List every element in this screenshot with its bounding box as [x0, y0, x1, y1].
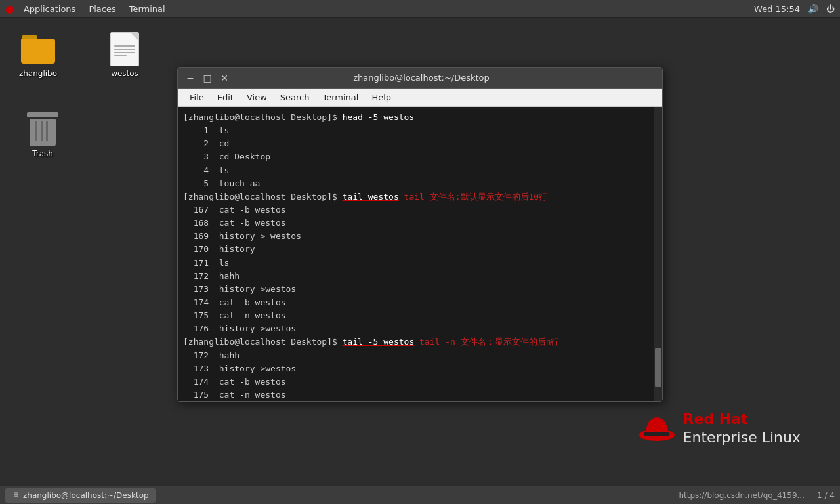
power-icon[interactable]: ⏻	[826, 4, 835, 14]
terminal-line-10: 169 history > westos	[183, 230, 657, 243]
terminal-label: Terminal	[129, 4, 165, 14]
terminal-line-17: 176 history >westos	[183, 322, 657, 335]
volume-icon[interactable]: 🔊	[808, 4, 818, 14]
terminal-line-1: [zhanglibo@localhost Desktop]$ head -5 w…	[183, 111, 657, 124]
terminal-menubar: File Edit View Search Terminal Help	[178, 89, 662, 107]
desktop-icon-westos[interactable]: westos	[98, 30, 151, 81]
terminal-line-5: 4 ls	[183, 164, 657, 177]
applications-menu[interactable]: Applications	[18, 1, 81, 16]
terminal-menu[interactable]: Terminal	[124, 1, 171, 16]
terminal-line-15: 174 cat -b westos	[183, 296, 657, 309]
menu-search[interactable]: Search	[274, 91, 316, 104]
trash-label: Trash	[32, 149, 53, 158]
terminal-line-4: 3 cd Desktop	[183, 150, 657, 163]
taskbar-item-label: zhanglibo@localhost:~/Desktop	[23, 491, 149, 500]
menu-help[interactable]: Help	[365, 91, 398, 104]
terminal-line-14: 173 history >westos	[183, 283, 657, 296]
terminal-line-13: 172 hahh	[183, 270, 657, 283]
terminal-scrollbar[interactable]	[654, 107, 662, 401]
terminal-line-8: 167 cat -b westos	[183, 203, 657, 217]
terminal-line-6: 5 touch aa	[183, 177, 657, 190]
menu-view[interactable]: View	[240, 91, 274, 104]
westos-label: westos	[111, 69, 138, 78]
applications-label: Applications	[24, 4, 75, 14]
menu-edit[interactable]: Edit	[211, 91, 240, 104]
terminal-line-12: 171 ls	[183, 257, 657, 270]
places-label: Places	[89, 4, 116, 14]
zhanglibo-label: zhanglibo	[19, 69, 57, 78]
topbar: ● Applications Places Terminal Wed 15:54…	[0, 0, 840, 18]
terminal-titlebar: − □ ✕ zhanglibo@localhost:~/Desktop	[178, 68, 662, 89]
brand-icon: ●	[5, 3, 14, 15]
terminal-line-19: 172 hahh	[183, 349, 657, 362]
terminal-line-22: 175 cat -n westos	[183, 388, 657, 401]
clock: Wed 15:54	[754, 4, 800, 14]
terminal-line-7: [zhanglibo@localhost Desktop]$ tail west…	[183, 190, 657, 203]
terminal-window: − □ ✕ zhanglibo@localhost:~/Desktop File…	[177, 67, 663, 402]
terminal-line-11: 170 history	[183, 243, 657, 256]
minimize-button[interactable]: −	[183, 71, 198, 85]
terminal-line-18: [zhanglibo@localhost Desktop]$ tail -5 w…	[183, 335, 657, 348]
bottombar: 🖥 zhanglibo@localhost:~/Desktop https://…	[0, 486, 840, 504]
terminal-line-21: 174 cat -b westos	[183, 375, 657, 388]
desktop-icon-trash[interactable]: Trash	[16, 110, 69, 161]
places-menu[interactable]: Places	[83, 1, 121, 16]
desktop: zhanglibo westos Trash	[0, 18, 840, 474]
svg-rect-1	[644, 432, 669, 436]
maximize-button[interactable]: □	[200, 71, 215, 85]
terminal-title: zhanglibo@localhost:~/Desktop	[232, 73, 611, 83]
redhat-line2: Enterprise Linux	[683, 429, 801, 448]
taskbar-pages: 1 / 4	[817, 491, 835, 500]
desktop-icon-zhanglibo[interactable]: zhanglibo	[12, 30, 64, 81]
terminal-line-16: 175 cat -n westos	[183, 309, 657, 322]
menu-file[interactable]: File	[183, 91, 211, 104]
menu-terminal[interactable]: Terminal	[316, 91, 365, 104]
redhat-line1: Red Hat	[683, 411, 748, 427]
terminal-line-20: 173 history >westos	[183, 362, 657, 375]
terminal-line-2: 1 ls	[183, 124, 657, 137]
terminal-line-3: 2 cd	[183, 137, 657, 150]
redhat-logo: Red Hat Enterprise Linux	[639, 410, 801, 448]
taskbar-item-icon: 🖥	[12, 491, 19, 499]
topbar-right: Wed 15:54 🔊 ⏻	[754, 4, 835, 14]
terminal-scrollbar-thumb[interactable]	[655, 348, 662, 387]
terminal-line-9: 168 cat -b westos	[183, 217, 657, 230]
redhat-hat-icon	[639, 412, 675, 445]
terminal-body[interactable]: [zhanglibo@localhost Desktop]$ head -5 w…	[178, 107, 662, 401]
redhat-text: Red Hat Enterprise Linux	[683, 410, 801, 448]
taskbar-item[interactable]: 🖥 zhanglibo@localhost:~/Desktop	[5, 488, 156, 503]
taskbar-right: https://blog.csdn.net/qq_4159... 1 / 4	[679, 491, 835, 500]
close-button[interactable]: ✕	[217, 71, 232, 85]
taskbar-url: https://blog.csdn.net/qq_4159...	[679, 491, 805, 500]
